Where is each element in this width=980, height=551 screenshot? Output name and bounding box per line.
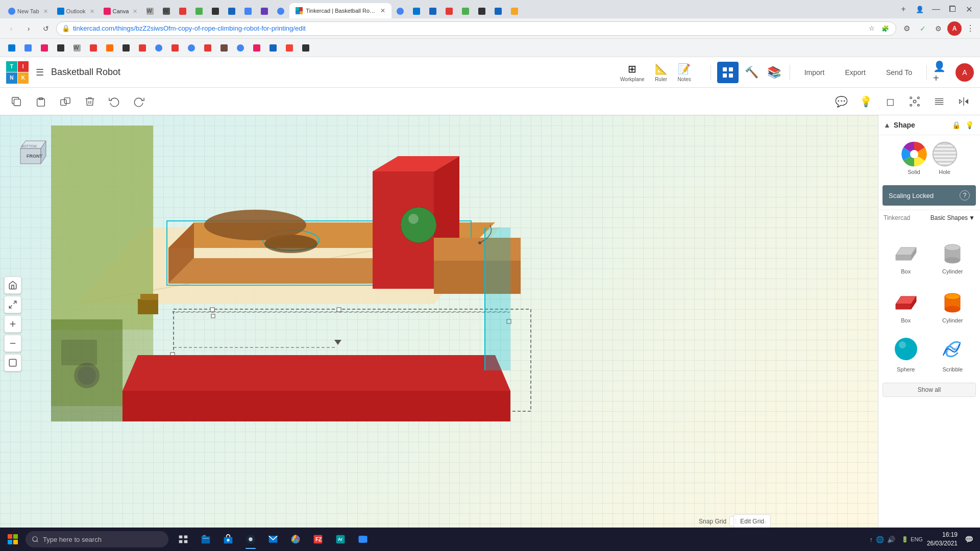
taskbar-task-view[interactable] <box>173 529 194 550</box>
scaling-help-button[interactable]: ? <box>960 190 970 201</box>
tray-network-icon[interactable]: 🌐 <box>876 536 884 543</box>
export-button[interactable]: Export <box>837 63 873 82</box>
start-button[interactable] <box>0 528 26 551</box>
lock-icon[interactable]: 🔒 <box>950 119 962 131</box>
fav-extra2[interactable] <box>265 41 281 55</box>
tab-1[interactable]: New Tab ✕ <box>4 4 52 18</box>
profile-icon[interactable]: 👤 <box>913 2 927 16</box>
fav-yt3[interactable] <box>167 41 183 55</box>
tab-wiki[interactable]: W <box>142 4 158 18</box>
tray-sound-icon[interactable]: 🔊 <box>887 536 895 543</box>
tab-misc9[interactable] <box>425 4 440 18</box>
taskbar-steam[interactable] <box>240 529 261 550</box>
zoom-out-button[interactable] <box>4 335 21 352</box>
duplicate-button[interactable] <box>55 91 76 112</box>
fav-extra4[interactable] <box>298 41 313 55</box>
import-button[interactable]: Import <box>796 63 833 82</box>
user-avatar[interactable]: A <box>955 63 974 82</box>
shape-item-scribble[interactable]: Scribble <box>929 328 976 377</box>
new-tab-button[interactable]: + <box>896 2 911 16</box>
tab-misc1[interactable] <box>191 4 207 18</box>
fav-2[interactable] <box>20 41 36 55</box>
canvas-area[interactable]: FRONT BOTTOM <box>0 115 878 533</box>
taskbar-mail[interactable] <box>262 529 284 550</box>
active-tab-close[interactable]: ✕ <box>380 7 385 14</box>
tab-wiki2[interactable]: W <box>159 4 174 18</box>
fav-4[interactable]: W <box>53 41 68 55</box>
extensions-icon[interactable]: ⚙ <box>899 21 914 36</box>
close-browser-button[interactable]: ✕ <box>962 2 976 16</box>
solid-option[interactable]: Solid <box>901 141 927 175</box>
taskbar-arduino[interactable]: Ar <box>330 529 351 550</box>
tab-3[interactable]: Canva ✕ <box>100 4 142 18</box>
back-button[interactable]: ‹ <box>4 21 18 36</box>
more-options-button[interactable]: ⋮ <box>965 23 976 34</box>
hole-option[interactable]: Hole <box>932 141 958 175</box>
tab-misc6[interactable] <box>273 4 288 18</box>
home-view-button[interactable] <box>4 277 21 294</box>
edit-grid-button[interactable]: Edit Grid <box>733 514 771 529</box>
hammer-icon-button[interactable]: 🔨 <box>743 63 761 82</box>
taskbar-store[interactable] <box>217 529 239 550</box>
fav-yt4[interactable] <box>200 41 215 55</box>
shape-item-gray-cylinder[interactable]: Cylinder <box>929 230 976 279</box>
tab-misc12[interactable] <box>474 4 489 18</box>
tab-misc14[interactable] <box>507 4 522 18</box>
shape-item-orange-cylinder[interactable]: Cylinder <box>929 279 976 328</box>
url-bar[interactable]: 🔒 tinkercad.com/things/bzZ2siwsOfm-copy-… <box>56 21 896 36</box>
paste-button[interactable] <box>31 91 51 112</box>
taskbar-chrome[interactable] <box>285 529 306 550</box>
tab-misc8[interactable] <box>409 4 424 18</box>
tab-misc7[interactable] <box>393 4 408 18</box>
fav-browser[interactable] <box>118 41 134 55</box>
fav-extra1[interactable] <box>249 41 264 55</box>
perspective-icon[interactable]: 💬 <box>831 91 851 112</box>
fit-all-button[interactable] <box>4 296 21 313</box>
shape-item-gray-box[interactable]: Box <box>883 230 929 279</box>
refresh-button[interactable]: ↺ <box>39 21 53 36</box>
tab-misc5[interactable] <box>257 4 272 18</box>
redo-button[interactable] <box>129 91 149 112</box>
fav-game[interactable] <box>102 41 117 55</box>
align-icon[interactable] <box>929 91 949 112</box>
browser-profile-button[interactable]: A <box>947 21 962 36</box>
fav-extra3[interactable] <box>282 41 297 55</box>
lightbulb-icon[interactable]: 💡 <box>964 119 975 131</box>
view-cube[interactable]: FRONT BOTTOM <box>10 126 51 166</box>
taskbar-clock[interactable]: 16:19 26/03/2021 <box>927 531 958 548</box>
tab-misc11[interactable] <box>458 4 473 18</box>
grid-view-button[interactable] <box>717 62 739 83</box>
copy-from-workplane-button[interactable] <box>6 91 27 112</box>
fav-chrome2[interactable] <box>184 41 199 55</box>
send-to-button[interactable]: Send To <box>878 63 920 82</box>
undo-button[interactable] <box>104 91 125 112</box>
tab-yt[interactable] <box>175 4 190 18</box>
taskbar-zoom[interactable] <box>352 529 374 550</box>
taskbar-filezilla[interactable]: FZ <box>307 529 329 550</box>
notification-button[interactable]: 💬 <box>962 532 976 546</box>
taskbar-explorer[interactable] <box>195 529 216 550</box>
tab-misc3[interactable] <box>224 4 239 18</box>
library-dropdown[interactable]: Basic Shapes ▼ <box>930 214 975 221</box>
shape-collapse-button[interactable]: ▲ <box>884 121 891 129</box>
book-icon-button[interactable]: 📚 <box>765 63 783 82</box>
taskbar-search-box[interactable]: Type here to search <box>26 531 168 547</box>
fav-yt2[interactable] <box>135 41 150 55</box>
tab-misc4[interactable] <box>240 4 256 18</box>
maximize-button[interactable]: ⧠ <box>945 2 960 16</box>
fav-1[interactable] <box>4 41 19 55</box>
bookmark-button[interactable]: ☆ <box>866 23 877 34</box>
forward-button[interactable]: › <box>21 21 36 36</box>
tinkercad-logo[interactable]: T I N K <box>6 61 29 84</box>
group-icon[interactable] <box>904 91 925 112</box>
zoom-in-button[interactable] <box>4 315 21 333</box>
fav-mc[interactable] <box>216 41 232 55</box>
workplane-button[interactable] <box>4 354 21 371</box>
fav-yt[interactable] <box>86 41 101 55</box>
shape-item-teal-sphere[interactable]: Sphere <box>883 328 929 377</box>
tab-2[interactable]: Outlook ✕ <box>53 4 99 18</box>
delete-button[interactable] <box>80 91 100 112</box>
shape-item-red-box[interactable]: Box <box>883 279 929 328</box>
fav-chrome[interactable] <box>151 41 166 55</box>
lighting-icon[interactable]: 💡 <box>855 91 876 112</box>
